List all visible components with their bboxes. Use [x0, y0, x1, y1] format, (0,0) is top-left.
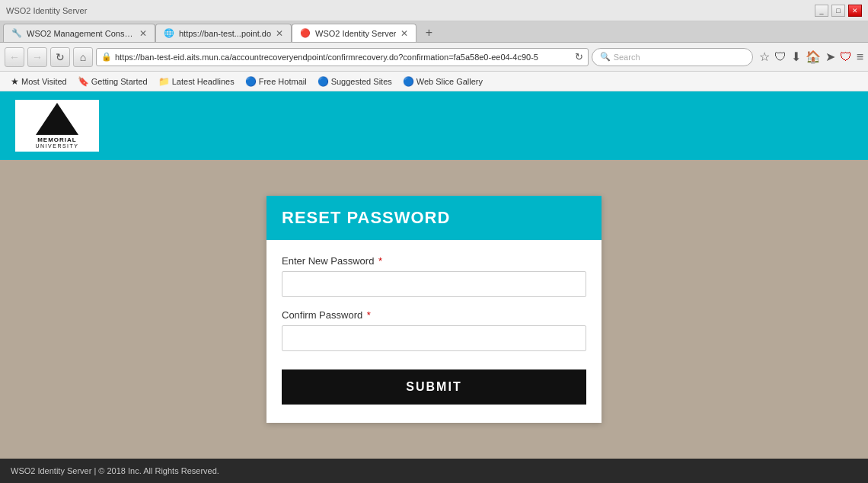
tab-icon-ban: 🌐 [164, 28, 174, 39]
bookmark-icon-webslice: 🔵 [403, 76, 414, 87]
bookmark-label-headlines: Latest Headlines [172, 77, 235, 86]
lock-icon: 🔒 [101, 52, 112, 62]
refresh-button[interactable]: ↻ [50, 47, 70, 67]
bookmark-latest-headlines[interactable]: 📁 Latest Headlines [154, 75, 239, 88]
bookmark-icon-getting-started: 🔖 [78, 76, 89, 87]
tab-wso2-management[interactable]: 🔧 WSO2 Management Console ✕ [3, 24, 155, 42]
protection-icon[interactable]: 🛡 [840, 50, 852, 64]
form-body: Enter New Password * Confirm Password * … [266, 240, 602, 423]
download-icon[interactable]: ⬇ [791, 50, 801, 64]
page-footer: WSO2 Identity Server | © 2018 Inc. All R… [0, 459, 868, 483]
required-star-confirm: * [367, 309, 371, 321]
footer-text: WSO2 Identity Server | © 2018 Inc. All R… [11, 466, 219, 475]
tab-close-ban[interactable]: ✕ [276, 28, 283, 39]
maximize-button[interactable]: □ [831, 5, 845, 17]
tab-icon-management: 🔧 [11, 28, 22, 39]
search-box[interactable]: 🔍 Search [592, 48, 753, 66]
reset-password-card: RESET PASSWORD Enter New Password * Conf… [266, 196, 602, 423]
form-header: RESET PASSWORD [266, 196, 602, 240]
address-bar: ← → ↻ ⌂ 🔒 https://ban-test-eid.aits.mun.… [0, 43, 868, 72]
bookmark-icon-suggested: 🔵 [318, 76, 329, 87]
form-title: RESET PASSWORD [282, 208, 586, 228]
bookmark-label-most-visited: Most Visited [21, 77, 67, 86]
back-button[interactable]: ← [5, 47, 24, 67]
window-title: WSO2 Identity Server [6, 6, 87, 15]
bookmark-web-slice[interactable]: 🔵 Web Slice Gallery [398, 75, 487, 88]
confirm-password-label: Confirm Password * [282, 309, 586, 321]
search-icon: 🔍 [600, 52, 611, 62]
bookmark-icon-hotmail: 🔵 [245, 76, 257, 87]
logo-triangle [36, 103, 78, 135]
bookmark-label-hotmail: Free Hotmail [259, 77, 307, 86]
bookmark-label-suggested: Suggested Sites [331, 77, 392, 86]
title-bar: WSO2 Identity Server _ □ ✕ [0, 0, 868, 21]
page-content: MEMORIAL UNIVERSITY RESET PASSWORD Enter… [0, 91, 868, 459]
tab-label-management: WSO2 Management Console [27, 29, 135, 38]
university-header: MEMORIAL UNIVERSITY [0, 91, 868, 160]
bookmark-getting-started[interactable]: 🔖 Getting Started [73, 75, 152, 88]
tab-close-identity[interactable]: ✕ [400, 28, 408, 39]
title-bar-left: WSO2 Identity Server [6, 6, 87, 15]
confirm-password-input[interactable] [282, 325, 586, 351]
bookmark-label-webslice: Web Slice Gallery [416, 77, 483, 86]
shield-icon[interactable]: 🛡 [774, 50, 787, 64]
url-text: https://ban-test-eid.aits.mun.ca/account… [115, 53, 572, 62]
minimize-button[interactable]: _ [815, 5, 828, 17]
tab-wso2-identity[interactable]: 🔴 WSO2 Identity Server ✕ [292, 24, 416, 42]
search-placeholder: Search [614, 53, 640, 62]
submit-button[interactable]: SUBMIT [282, 369, 586, 405]
university-logo: MEMORIAL UNIVERSITY [15, 100, 99, 152]
bookmark-free-hotmail[interactable]: 🔵 Free Hotmail [241, 75, 311, 88]
new-password-input[interactable] [282, 271, 586, 297]
new-password-group: Enter New Password * [282, 255, 586, 297]
star-icon[interactable]: ☆ [759, 50, 770, 64]
bookmarks-bar: ★ Most Visited 🔖 Getting Started 📁 Lates… [0, 72, 868, 91]
close-button[interactable]: ✕ [848, 5, 862, 17]
tab-ban-test[interactable]: 🌐 https://ban-test...point.do ✕ [155, 24, 292, 42]
home-button[interactable]: ⌂ [73, 47, 93, 67]
main-area: RESET PASSWORD Enter New Password * Conf… [0, 160, 868, 459]
forward-button[interactable]: → [27, 47, 47, 67]
menu-icon[interactable]: ≡ [857, 50, 863, 64]
tab-label-ban: https://ban-test...point.do [179, 29, 271, 38]
logo-subtitle: UNIVERSITY [35, 143, 78, 149]
required-star-new: * [378, 255, 382, 267]
url-bar[interactable]: 🔒 https://ban-test-eid.aits.mun.ca/accou… [96, 48, 589, 66]
tab-icon-identity: 🔴 [300, 28, 311, 39]
tab-label-identity: WSO2 Identity Server [315, 29, 396, 38]
new-password-label: Enter New Password * [282, 255, 586, 267]
logo-graphic: MEMORIAL UNIVERSITY [35, 103, 78, 149]
bookmark-label-getting-started: Getting Started [91, 77, 148, 86]
bookmark-icon-headlines: 📁 [158, 76, 170, 87]
logo-shape [36, 103, 78, 135]
window-controls: _ □ ✕ [815, 5, 862, 17]
tab-bar: 🔧 WSO2 Management Console ✕ 🌐 https://ba… [0, 21, 868, 43]
confirm-password-group: Confirm Password * [282, 309, 586, 351]
toolbar-icons: ☆ 🛡 ⬇ 🏠 ➤ 🛡 ≡ [759, 50, 863, 64]
house-icon[interactable]: 🏠 [806, 50, 821, 64]
new-tab-button[interactable]: + [420, 24, 438, 42]
url-refresh-icon: ↻ [575, 51, 583, 62]
browser-frame: WSO2 Identity Server _ □ ✕ 🔧 WSO2 Manage… [0, 0, 868, 483]
bookmark-most-visited[interactable]: ★ Most Visited [6, 75, 72, 88]
tab-close-management[interactable]: ✕ [139, 28, 147, 39]
bookmark-icon-star: ★ [11, 76, 19, 87]
bookmark-suggested-sites[interactable]: 🔵 Suggested Sites [313, 75, 397, 88]
logo-name: MEMORIAL [37, 136, 77, 143]
send-icon[interactable]: ➤ [825, 50, 835, 64]
